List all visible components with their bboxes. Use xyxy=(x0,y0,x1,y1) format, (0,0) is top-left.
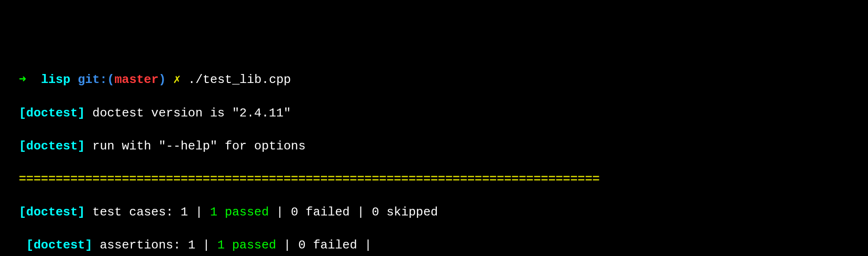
output-text: | 0 failed | xyxy=(276,238,372,252)
divider-line: ========================================… xyxy=(19,171,849,188)
git-branch: master xyxy=(115,73,159,87)
spacer xyxy=(19,238,26,252)
passed-count: 1 passed xyxy=(210,205,269,219)
doctest-tag: [doctest] xyxy=(19,139,85,153)
arrow-icon: ➜ xyxy=(19,73,26,87)
output-text: assertions: 1 | xyxy=(92,238,217,252)
output-text: | 0 failed | 0 skipped xyxy=(269,205,438,219)
spacer xyxy=(70,73,78,87)
spacer xyxy=(166,73,173,87)
output-text: doctest version is "2.4.11" xyxy=(85,106,291,120)
output-line: [doctest] run with "--help" for options xyxy=(19,138,849,155)
git-suffix: ) xyxy=(159,73,166,87)
output-line: [doctest] test cases: 1 | 1 passed | 0 f… xyxy=(19,204,849,221)
passed-count: 1 passed xyxy=(217,238,276,252)
dirty-icon: ✗ xyxy=(173,73,181,87)
output-text: run with "--help" for options xyxy=(85,139,305,153)
prompt-line-1[interactable]: ➜ lisp git:(master) ✗ ./test_lib.cpp xyxy=(19,72,849,88)
spacer xyxy=(26,73,41,87)
cwd: lisp xyxy=(41,73,70,87)
doctest-tag: [doctest] xyxy=(19,106,85,120)
doctest-tag: [doctest] xyxy=(26,238,92,252)
output-text: test cases: 1 | xyxy=(85,205,210,219)
spacer xyxy=(180,73,188,87)
command-text: ./test_lib.cpp xyxy=(188,73,291,87)
doctest-tag: [doctest] xyxy=(19,205,85,219)
output-line: [doctest] assertions: 1 | 1 passed | 0 f… xyxy=(19,237,849,254)
output-line: [doctest] doctest version is "2.4.11" xyxy=(19,105,849,122)
git-prefix: git:( xyxy=(78,73,115,87)
